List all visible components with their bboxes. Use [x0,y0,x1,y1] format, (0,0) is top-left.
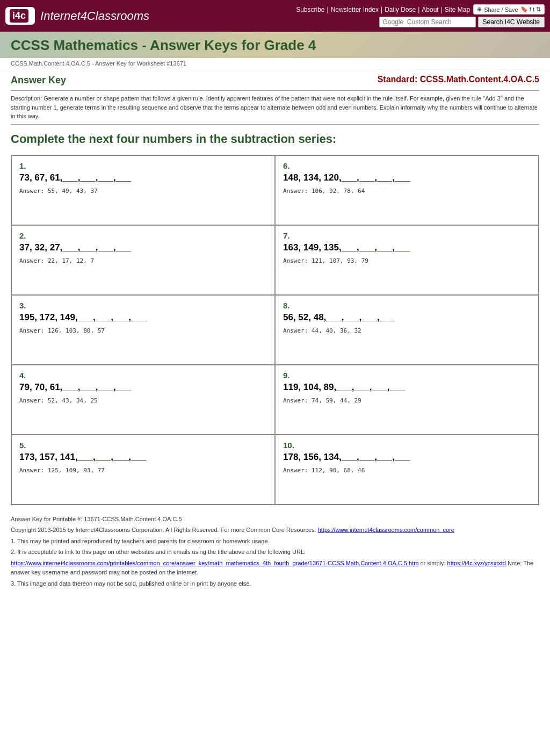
blank-1-3: ___ [98,172,113,183]
problem-number-3: 2. [19,231,267,240]
nav-daily-dose[interactable]: Daily Dose [385,6,416,13]
footer-url1-link[interactable]: https://www.internet4classrooms.com/prin… [11,560,418,566]
answer-text-4: Answer: 121, 107, 93, 79 [283,257,531,264]
blank-9-3: ___ [113,452,128,462]
blank-9-2: ___ [96,452,111,462]
nav-subscribe[interactable]: Subscribe [296,6,324,13]
blank-2-2: ___ [359,172,374,183]
blank-1-2: ___ [80,172,95,183]
answer-text-8: Answer: 74, 59, 44, 29 [283,397,531,404]
blank-3-1: ___ [62,242,77,253]
logo-area: i4c Internet4Classrooms [5,7,149,25]
breadcrumb: CCSS.Math.Content.4.OA.C.5 - Answer Key … [0,58,550,69]
nav-sep-4: | [441,6,443,13]
problem-number-10: 10. [283,441,531,450]
search-bar: Search I4C Website [379,17,545,27]
answer-key-label: Answer Key [11,75,66,86]
nav-sep-3: | [418,6,419,13]
nav-sitemap[interactable]: Site Map [445,6,470,13]
site-name: Internet4Classrooms [40,9,149,23]
blank-2-1: ___ [342,172,357,183]
answer-text-1: Answer: 55, 49, 43, 37 [19,188,267,195]
header: i4c Internet4Classrooms Subscribe | News… [0,0,550,32]
blank-2-4: ___ [395,172,410,183]
problem-number-9: 5. [19,441,267,450]
answer-text-6: Answer: 44, 40, 36, 32 [283,327,531,334]
blank-7-4: ___ [116,382,131,392]
logo-icon: i4c [10,9,28,23]
problem-number-2: 6. [283,161,531,170]
problem-series-4: 163, 149, 135,___,___,___,___ [283,242,531,253]
search-input[interactable] [379,17,476,27]
nav-sep-2: | [381,6,382,13]
page-title: CCSS Mathematics - Answer Keys for Grade… [11,37,539,54]
answer-text-3: Answer: 22, 17, 12, 7 [19,257,267,264]
blank-10-3: ___ [377,452,392,462]
problem-number-5: 3. [19,301,267,310]
problem-cell-2: 6.148, 134, 120,___,___,___,___Answer: 1… [275,155,539,225]
blank-6-1: ___ [326,312,341,322]
blank-7-3: ___ [98,382,113,392]
blank-4-3: ___ [377,242,392,253]
problem-cell-3: 2.37, 32, 27,___,___,___,___Answer: 22, … [11,225,275,295]
answer-text-5: Answer: 126, 103, 80, 57 [19,327,267,334]
problem-series-9: 173, 157, 141,___,___,___,___ [19,452,267,463]
blank-9-4: ___ [131,452,146,462]
blank-4-4: ___ [395,242,410,253]
banner: CCSS Mathematics - Answer Keys for Grade… [0,32,550,58]
footer-line2: Copyright 2013-2015 by Internet4Classroo… [11,525,539,535]
blank-1-1: ___ [62,172,77,183]
share-icons: 🔖 f t ⇅ [520,6,541,13]
footer-url2-link[interactable]: https://i4c.xyz/ycsxtxtd [447,560,506,566]
blank-3-4: ___ [116,242,131,253]
problem-number-8: 9. [283,371,531,380]
answer-text-9: Answer: 125, 109, 93, 77 [19,467,267,474]
problem-cell-7: 4.79, 70, 61,___,___,___,___Answer: 52, … [11,365,275,435]
problem-cell-5: 3.195, 172, 149,___,___,___,___Answer: 1… [11,295,275,365]
blank-1-4: ___ [116,172,131,183]
footer-copyright-link[interactable]: https://www.internet4classrooms.com/comm… [318,527,454,533]
problem-series-2: 148, 134, 120,___,___,___,___ [283,172,531,183]
blank-5-2: ___ [96,312,111,322]
answer-key-header: Answer Key Standard: CCSS.Math.Content.4… [11,75,539,86]
problem-series-5: 195, 172, 149,___,___,___,___ [19,312,267,323]
problem-series-8: 119, 104, 89,___,___,___,___ [283,382,531,393]
problem-series-1: 73, 67, 61,___,___,___,___ [19,172,267,183]
description: Description: Generate a number or shape … [11,90,539,125]
footer-note2: 2. It is acceptable to link to this page… [11,548,539,557]
blank-3-2: ___ [80,242,95,253]
problem-cell-4: 7.163, 149, 135,___,___,___,___Answer: 1… [275,225,539,295]
blank-4-1: ___ [342,242,357,253]
problem-cell-6: 8.56, 52, 48,___,___,___,___Answer: 44, … [275,295,539,365]
problem-series-7: 79, 70, 61,___,___,___,___ [19,382,267,393]
blank-10-1: ___ [342,452,357,462]
problem-number-7: 4. [19,371,267,380]
footer-note1: 1. This may be printed and reproduced by… [11,537,539,546]
share-button[interactable]: ⊕ Share / Save 🔖 f t ⇅ [473,4,545,15]
nav-about[interactable]: About [422,6,438,13]
footer-url: https://www.internet4classrooms.com/prin… [11,559,539,578]
problem-number-1: 1. [19,161,267,170]
blank-10-4: ___ [395,452,410,462]
footer-note3: 3. This image and data thereon may not b… [11,579,539,589]
problem-cell-1: 1.73, 67, 61,___,___,___,___Answer: 55, … [11,155,275,225]
answer-text-2: Answer: 106, 92, 78, 64 [283,188,531,195]
blank-3-3: ___ [98,242,113,253]
blank-6-2: ___ [344,312,359,322]
main-content: Answer Key Standard: CCSS.Math.Content.4… [0,69,550,596]
problems-grid: 1.73, 67, 61,___,___,___,___Answer: 55, … [11,155,539,505]
problem-series-10: 178, 156, 134,___,___,___,___ [283,452,531,463]
logo-box: i4c [5,7,35,25]
search-button[interactable]: Search I4C Website [478,17,545,27]
footer-notes: Answer Key for Printable #: 13671-CCSS.M… [11,510,539,589]
blank-8-2: ___ [354,382,369,392]
blank-8-1: ___ [336,382,351,392]
header-right: Subscribe | Newsletter Index | Daily Dos… [296,4,545,27]
problem-cell-8: 9.119, 104, 89,___,___,___,___Answer: 74… [275,365,539,435]
blank-5-4: ___ [131,312,146,322]
problem-cell-10: 10.178, 156, 134,___,___,___,___Answer: … [275,435,539,505]
blank-8-3: ___ [372,382,387,392]
nav-newsletter[interactable]: Newsletter Index [331,6,379,13]
blank-7-1: ___ [62,382,77,392]
blank-2-3: ___ [377,172,392,183]
